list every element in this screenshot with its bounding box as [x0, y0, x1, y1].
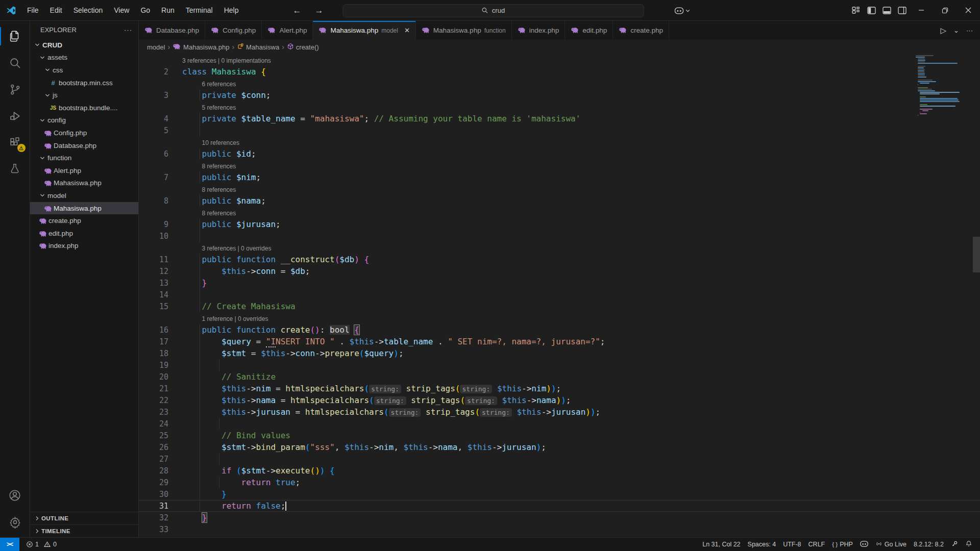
- code-line-6[interactable]: 6 public $id;: [139, 148, 980, 160]
- code-line-17[interactable]: 17 $query = "INSERT INTO " . $this->tabl…: [139, 336, 980, 347]
- status-copilot-icon[interactable]: [856, 538, 872, 551]
- tree-item-model[interactable]: model: [30, 189, 138, 202]
- toggle-secondary-sidebar-button[interactable]: [894, 0, 910, 21]
- code-line-31[interactable]: 31 return false;: [139, 500, 980, 512]
- codelens-text[interactable]: 10 references: [182, 136, 980, 148]
- code-line-28[interactable]: 28 if ($stmt->execute()) {: [139, 465, 980, 477]
- tab-edit-php[interactable]: edit.php: [565, 21, 613, 40]
- code-line-25[interactable]: 25 // Bind values: [139, 430, 980, 441]
- tree-item-edit-php[interactable]: edit.php: [30, 227, 138, 240]
- run-debug-icon[interactable]: [0, 103, 30, 129]
- code-line-3[interactable]: 3 private $conn;: [139, 89, 980, 101]
- back-arrow-icon[interactable]: ←: [290, 6, 305, 16]
- tab-create-php[interactable]: create.php: [613, 21, 669, 40]
- status-php[interactable]: { }PHP: [828, 538, 856, 551]
- tree-item-crud[interactable]: CRUD: [30, 39, 138, 52]
- run-icon[interactable]: ▷: [941, 26, 947, 35]
- tree-item-database-php[interactable]: Database.php: [30, 139, 138, 152]
- tree-item-mahasiswa-php[interactable]: Mahasiswa.php: [30, 177, 138, 190]
- code-line-24[interactable]: 24: [139, 418, 980, 430]
- breadcrumb-item-mahasiswa[interactable]: Mahasiswa: [237, 43, 279, 52]
- code-line-27[interactable]: 27: [139, 453, 980, 465]
- code-line-30[interactable]: 30 }: [139, 488, 980, 500]
- close-tab-icon[interactable]: ✕: [404, 27, 410, 34]
- tree-item-create-php[interactable]: create.php: [30, 214, 138, 227]
- menu-file[interactable]: File: [21, 0, 44, 21]
- testing-icon[interactable]: [0, 156, 30, 182]
- menu-selection[interactable]: Selection: [68, 0, 109, 21]
- code-line-21[interactable]: 21 $this->nim = htmlspecialchars(string:…: [139, 383, 980, 394]
- chevron-down-icon[interactable]: ⌄: [953, 27, 959, 34]
- account-icon[interactable]: [0, 482, 30, 509]
- code-line-13[interactable]: 13 }: [139, 277, 980, 289]
- code-editor[interactable]: 3 references | 0 implementations2class M…: [139, 54, 980, 537]
- codelens-text[interactable]: 8 references: [182, 207, 980, 218]
- status-bell-icon[interactable]: [962, 538, 976, 551]
- codelens-text[interactable]: 8 references: [182, 160, 980, 171]
- menu-go[interactable]: Go: [135, 0, 156, 21]
- tab-index-php[interactable]: index.php: [512, 21, 566, 40]
- codelens-text[interactable]: 6 references: [182, 78, 980, 89]
- tree-item-index-php[interactable]: index.php: [30, 240, 138, 253]
- code-line-29[interactable]: 29 return true;: [139, 477, 980, 488]
- code-line-18[interactable]: 18 $stmt = $this->conn->prepare($query);: [139, 347, 980, 359]
- tree-item-assets[interactable]: assets: [30, 52, 138, 64]
- problems-summary[interactable]: 1 0: [22, 538, 60, 551]
- tab-mahasiswa-php[interactable]: Mahasiswa.phpmodel✕: [313, 21, 415, 40]
- code-line-11[interactable]: 11 public function __construct($db) {: [139, 254, 980, 265]
- code-line-22[interactable]: 22 $this->nama = htmlspecialchars(string…: [139, 394, 980, 406]
- code-line-15[interactable]: 15 // Create Mahasiswa: [139, 300, 980, 312]
- tree-item-mahasiswa-php[interactable]: Mahasiswa.php: [30, 202, 138, 215]
- toggle-panel-button[interactable]: [879, 0, 894, 21]
- scrollbar-thumb[interactable]: [973, 237, 980, 272]
- breadcrumb-item-model[interactable]: model: [147, 43, 165, 51]
- code-line-26[interactable]: 26 $stmt->bind_param("sss", $this->nim, …: [139, 441, 980, 453]
- code-line-23[interactable]: 23 $this->jurusan = htmlspecialchars(str…: [139, 406, 980, 418]
- status-ln-31-col-22[interactable]: Ln 31, Col 22: [699, 538, 744, 551]
- tab-mahasiswa-php[interactable]: Mahasiswa.phpfunction: [416, 21, 512, 40]
- remote-indicator[interactable]: ><: [0, 538, 19, 551]
- section-outline[interactable]: OUTLINE: [30, 512, 138, 524]
- customize-layout-button[interactable]: [848, 0, 864, 21]
- status-8-2-12-8-2[interactable]: 8.2.12: 8.2: [910, 538, 947, 551]
- code-line-14[interactable]: 14: [139, 289, 980, 300]
- codelens-text[interactable]: 1 reference | 0 overrides: [182, 312, 980, 324]
- menu-terminal[interactable]: Terminal: [180, 0, 218, 21]
- tree-item-css[interactable]: css: [30, 64, 138, 77]
- code-line-2[interactable]: 2class Mahasiswa {: [139, 66, 980, 78]
- tree-item-config[interactable]: config: [30, 114, 138, 127]
- codelens-text[interactable]: 3 references | 0 implementations: [182, 54, 980, 66]
- forward-arrow-icon[interactable]: →: [312, 6, 327, 16]
- codelens-text[interactable]: 3 references | 0 overrides: [182, 242, 980, 254]
- menu-run[interactable]: Run: [156, 0, 180, 21]
- settings-gear-icon[interactable]: [0, 509, 30, 535]
- menu-help[interactable]: Help: [218, 0, 244, 21]
- tab-config-php[interactable]: Config.php: [205, 21, 262, 40]
- code-line-16[interactable]: 16 public function create(): bool {: [139, 324, 980, 336]
- status-go-live[interactable]: Go Live: [872, 538, 910, 551]
- code-line-19[interactable]: 19: [139, 359, 980, 371]
- explorer-icon[interactable]: [0, 23, 30, 49]
- search-icon[interactable]: [0, 49, 30, 76]
- code-line-9[interactable]: 9 public $jurusan;: [139, 218, 980, 230]
- tree-item-js[interactable]: js: [30, 89, 138, 102]
- code-line-10[interactable]: 10: [139, 230, 980, 242]
- codelens-text[interactable]: 8 references: [182, 183, 980, 195]
- tree-item-bootstrap-bundle-[interactable]: JSbootstrap.bundle....: [30, 102, 138, 114]
- codelens-text[interactable]: 5 references: [182, 101, 980, 113]
- toggle-primary-sidebar-button[interactable]: [864, 0, 879, 21]
- menu-view[interactable]: View: [108, 0, 135, 21]
- code-line-12[interactable]: 12 $this->conn = $db;: [139, 265, 980, 277]
- tab-alert-php[interactable]: Alert.php: [262, 21, 313, 40]
- breadcrumb-item-create-[interactable]: create(): [287, 43, 319, 52]
- command-center-search[interactable]: crud: [343, 4, 644, 17]
- tree-item-alert-php[interactable]: Alert.php: [30, 164, 138, 177]
- tree-item-bootstrap-min-css[interactable]: #bootstrap.min.css: [30, 77, 138, 89]
- breadcrumb-item-mahasiswa-php[interactable]: Mahasiswa.php: [173, 43, 229, 51]
- section-timeline[interactable]: TIMELINE: [30, 524, 138, 537]
- code-line-7[interactable]: 7 public $nim;: [139, 171, 980, 183]
- copilot-menu[interactable]: [675, 7, 691, 14]
- code-line-5[interactable]: 5: [139, 124, 980, 136]
- code-line-20[interactable]: 20 // Sanitize: [139, 371, 980, 383]
- menu-edit[interactable]: Edit: [44, 0, 68, 21]
